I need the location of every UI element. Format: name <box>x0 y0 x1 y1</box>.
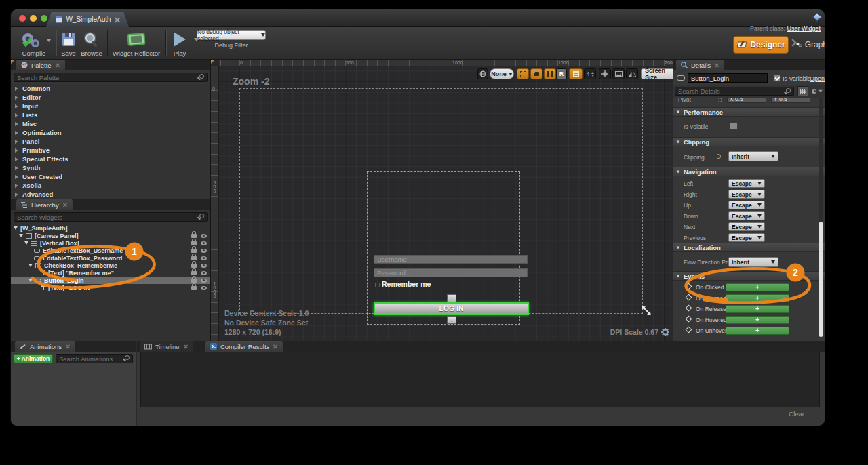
expander-icon[interactable] <box>15 193 18 197</box>
section-navigation[interactable]: Navigation <box>673 167 825 176</box>
parent-class-value[interactable]: User Widget <box>787 25 821 32</box>
toggle-outline-mode-button[interactable] <box>517 68 529 79</box>
transform-mode-button[interactable] <box>599 68 611 79</box>
timeline-tab-close-icon[interactable] <box>183 344 187 348</box>
expander-icon[interactable] <box>24 241 28 245</box>
is-variable-checkbox[interactable] <box>773 75 781 82</box>
clipping-dropdown[interactable]: Inherit <box>728 151 778 161</box>
palette-category-primitive[interactable]: Primitive <box>11 146 210 155</box>
minimize-traffic-light[interactable] <box>30 15 37 22</box>
spin-up-icon[interactable] <box>591 72 594 74</box>
timeline-tab[interactable]: Timeline <box>140 341 193 352</box>
expander-icon[interactable] <box>15 175 18 179</box>
eye-visibility-icon[interactable] <box>201 286 207 290</box>
asset-tab[interactable]: W_SimpleAuth <box>46 12 129 27</box>
clear-log-button[interactable]: Clear <box>789 410 804 418</box>
grid-snap-button[interactable] <box>569 68 583 79</box>
nav-up-dropdown[interactable]: Escape <box>728 201 765 209</box>
reorder-up-handle[interactable]: ↑ <box>447 294 456 302</box>
details-search[interactable] <box>675 87 794 96</box>
hierarchy-search[interactable] <box>14 212 208 222</box>
tree-row-editabletextbox-username[interactable]: EditableTextBox_Username <box>11 247 210 254</box>
debug-object-dropdown[interactable]: No debug object selected <box>197 30 266 40</box>
animations-tab[interactable]: Animations <box>15 341 75 352</box>
tree-row-editabletextbox-password[interactable]: EditableTextBox_Password <box>11 254 210 262</box>
nav-next-dropdown[interactable]: Escape <box>728 222 765 231</box>
is-volatile-checkbox[interactable] <box>730 122 738 130</box>
section-expander-icon[interactable] <box>677 275 680 277</box>
palette-tab-close-icon[interactable] <box>55 63 59 67</box>
grid-snap-size-spinner[interactable]: 4 <box>584 68 596 79</box>
tree-row-root[interactable]: [W_SimpleAuth] <box>11 224 210 232</box>
palette-search-input[interactable] <box>17 73 196 81</box>
widget-reflector-button[interactable]: Widget Reflector <box>110 29 163 59</box>
lock-icon[interactable] <box>191 279 197 283</box>
login-button-widget[interactable]: LOG IN <box>374 302 529 315</box>
lock-icon[interactable] <box>191 286 197 290</box>
palette-category-panel[interactable]: Panel <box>11 137 210 146</box>
expander-icon[interactable] <box>15 104 18 108</box>
widget-name-field[interactable]: Button_Login <box>688 73 768 83</box>
animations-search-input[interactable] <box>59 355 121 363</box>
display-filter-button[interactable] <box>810 86 823 96</box>
reset-icon[interactable] <box>717 98 722 102</box>
tree-row-button-login-selected[interactable]: Button_Login <box>11 277 210 284</box>
respect-locks-button[interactable]: R <box>556 68 567 79</box>
details-search-input[interactable] <box>678 87 783 95</box>
username-textbox-widget[interactable]: Username <box>374 255 528 264</box>
designer-mode-button[interactable]: Designer <box>733 36 789 54</box>
details-tab[interactable]: Details <box>676 60 724 70</box>
tree-row-vertical-box[interactable]: [Vertical Box] <box>11 239 210 247</box>
section-expander-icon[interactable] <box>677 140 680 143</box>
reset-icon[interactable] <box>716 154 721 159</box>
pivot-y-field[interactable]: Y 0.5 <box>771 98 810 103</box>
tree-row-canvas-panel[interactable]: [Canvas Panel] <box>11 232 210 239</box>
remember-me-label-widget[interactable]: Remember me <box>382 280 431 288</box>
play-button[interactable]: Play <box>168 29 191 59</box>
expander-icon[interactable] <box>15 148 18 153</box>
expander-icon[interactable] <box>28 264 33 267</box>
tree-row-checkbox-rememberme[interactable]: CheckBox_RememberMe <box>11 262 210 269</box>
close-traffic-light[interactable] <box>19 15 26 22</box>
lock-icon[interactable] <box>191 234 197 238</box>
compile-options-caret[interactable] <box>46 39 52 42</box>
palette-category-user-created[interactable]: User Created <box>11 172 210 181</box>
expander-icon[interactable] <box>28 279 33 282</box>
add-on-hovered-event-button[interactable]: + <box>726 316 789 324</box>
lock-icon[interactable] <box>191 264 197 268</box>
property-matrix-button[interactable] <box>797 86 808 96</box>
graph-mode-button[interactable]: Graph <box>796 36 825 54</box>
save-button[interactable]: Save <box>58 29 79 59</box>
details-tab-close-icon[interactable] <box>715 63 719 67</box>
add-on-pressed-event-button[interactable]: + <box>726 294 789 302</box>
spin-down-icon[interactable] <box>591 75 594 77</box>
compiler-results-tab-close-icon[interactable] <box>273 344 277 348</box>
add-on-released-event-button[interactable]: + <box>726 305 789 313</box>
expander-icon[interactable] <box>15 122 18 126</box>
tree-row-text-log-in[interactable]: [Text] "LOG IN" <box>11 284 210 291</box>
expander-icon[interactable] <box>15 131 18 135</box>
compiler-results-tab[interactable]: Compiler Results <box>205 341 283 352</box>
eye-visibility-icon[interactable] <box>201 264 207 268</box>
section-expander-icon[interactable] <box>677 110 680 113</box>
flow-direction-dropdown[interactable]: Inherit <box>728 257 778 267</box>
expander-icon[interactable] <box>15 140 18 144</box>
reorder-down-handle[interactable]: ↓ <box>447 316 456 324</box>
expander-icon[interactable] <box>15 87 18 91</box>
eye-visibility-icon[interactable] <box>201 234 207 238</box>
nav-right-dropdown[interactable]: Escape <box>728 190 765 199</box>
lock-widgets-button[interactable] <box>530 68 542 79</box>
section-expander-icon[interactable] <box>677 246 680 249</box>
preview-background-button[interactable] <box>612 68 625 79</box>
hierarchy-tab-close-icon[interactable] <box>62 203 66 207</box>
animations-tab-close-icon[interactable] <box>66 344 70 348</box>
section-expander-icon[interactable] <box>677 170 680 173</box>
eye-visibility-icon[interactable] <box>201 241 207 245</box>
design-canvas[interactable]: Zoom -2 Username Password Remember me ↑ … <box>219 66 673 341</box>
pivot-x-field[interactable]: X 0.5 <box>727 98 766 103</box>
section-performance[interactable]: Performance <box>673 107 825 117</box>
palette-category-misc[interactable]: Misc <box>11 119 210 128</box>
tree-row-text-remember-me[interactable]: [Text] "Remember me" <box>11 269 210 277</box>
eye-visibility-icon[interactable] <box>201 256 207 260</box>
eye-visibility-icon[interactable] <box>201 279 207 283</box>
